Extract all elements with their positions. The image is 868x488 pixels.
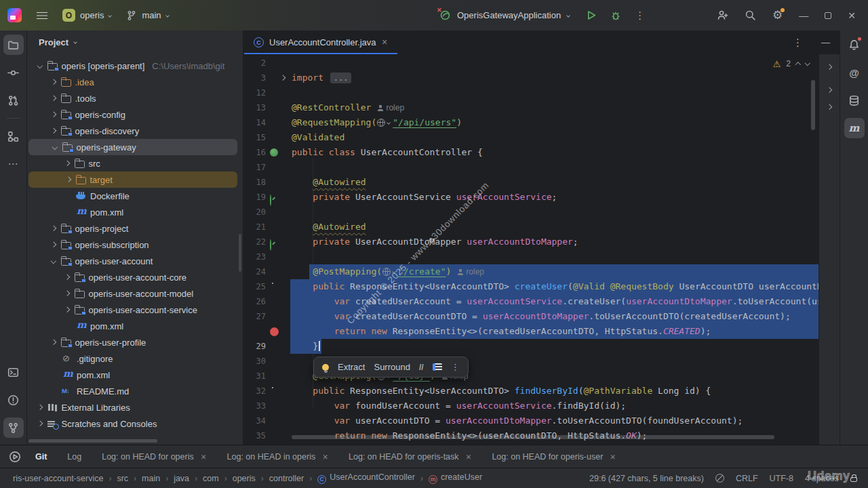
code-line[interactable]: 3import ...	[244, 70, 818, 85]
line-number[interactable]: 3	[248, 70, 266, 85]
close-tab-icon[interactable]: ✕	[322, 453, 328, 461]
tab-options-button[interactable]: ⋮	[793, 37, 804, 49]
line-number[interactable]: 31	[248, 369, 266, 384]
tree-item[interactable]: pom.xml	[27, 318, 243, 334]
hide-tool-window-button[interactable]: —	[821, 37, 830, 47]
breadcrumb-item[interactable]: controller	[269, 474, 304, 483]
code-line[interactable]: 22 private UserAccountDtoMapper userAcco…	[244, 235, 818, 249]
expand-panel-chevron[interactable]	[827, 87, 832, 93]
tree-item[interactable]: README.md	[27, 383, 243, 399]
tree-vertical-scrollbar[interactable]	[239, 234, 241, 272]
line-number[interactable]: 18	[248, 175, 266, 190]
branch-widget[interactable]: main	[126, 10, 168, 21]
lock-icon[interactable]	[850, 477, 857, 483]
tree-item[interactable]: operis-gateway	[28, 139, 237, 155]
terminal-tool-button[interactable]	[3, 362, 24, 382]
git-tool-button[interactable]	[3, 418, 24, 438]
tree-item[interactable]: operis-user-profile	[27, 334, 243, 350]
close-window-button[interactable]: ✕	[848, 10, 856, 21]
code-line[interactable]: 2	[244, 56, 818, 70]
line-number[interactable]: 35	[248, 428, 266, 443]
breadcrumb-item[interactable]: operis	[233, 474, 256, 483]
tree-item[interactable]: operis-user-account-core	[27, 269, 243, 285]
inspections-widget[interactable]: ⚠ 2	[773, 59, 809, 68]
breadcrumb-item[interactable]: src	[117, 474, 128, 483]
code-line[interactable]: 18 @Autowired	[244, 175, 818, 190]
popup-more-button[interactable]: ⋮	[451, 362, 460, 372]
tree-chevron-icon[interactable]	[64, 291, 70, 296]
code-line[interactable]: return new ResponseEntity<>(createdUserA…	[244, 324, 818, 339]
code-line[interactable]: 32 public ResponseEntity<UserAccountDTO>…	[244, 384, 818, 399]
commit-tool-button[interactable]	[3, 62, 24, 83]
code-line[interactable]: 14@RequestMapping("/api/users")	[244, 115, 818, 130]
tree-item[interactable]: operis [operis-parent]C:\Users\imadb\git	[27, 58, 243, 74]
tree-chevron-icon[interactable]	[51, 242, 56, 247]
tree-item[interactable]: src	[27, 155, 243, 171]
breadcrumb-item[interactable]: ris-user-account-service	[13, 474, 103, 483]
breakpoint-icon[interactable]	[270, 327, 279, 336]
run-configuration-widget[interactable]: ✕ OperisGatewayApplication ⋮	[439, 0, 646, 30]
tree-chevron-icon[interactable]	[51, 128, 56, 134]
line-number[interactable]: 16	[248, 145, 266, 160]
caret-position-widget[interactable]: 29:6 (427 chars, 5 line breaks)	[589, 474, 704, 483]
line-number[interactable]: 32	[248, 384, 266, 399]
code-line[interactable]: 17	[244, 160, 818, 175]
editor-horizontal-scrollbar[interactable]	[292, 435, 774, 439]
surround-button[interactable]: Surround	[374, 362, 410, 372]
line-number[interactable]: 15	[248, 130, 266, 145]
tree-item[interactable]: pom.xml	[27, 367, 243, 383]
tree-item[interactable]: .idea	[27, 74, 243, 90]
tree-chevron-icon[interactable]	[51, 258, 56, 264]
line-number[interactable]: 34	[248, 413, 266, 428]
breadcrumb-method[interactable]: mcreateUser	[429, 472, 482, 484]
tree-chevron-icon[interactable]	[51, 96, 56, 101]
line-number[interactable]: 23	[248, 249, 266, 264]
code-line[interactable]: 26 var createdUserAccount = userAccountS…	[244, 294, 818, 309]
indent-widget[interactable]: 4 spaces	[805, 474, 839, 483]
code-line[interactable]: 34 var userAccountDTO = userAccountDtoMa…	[244, 413, 818, 428]
line-number[interactable]: 24	[248, 264, 266, 279]
project-panel-header[interactable]: Project	[27, 30, 243, 54]
code-line[interactable]: 20	[244, 205, 818, 220]
tree-item[interactable]: pom.xml	[27, 204, 243, 220]
code-line[interactable]: 24 @PostMapping("/create")rolep	[244, 264, 818, 279]
breadcrumb-item[interactable]: com	[203, 474, 219, 483]
code-line[interactable]: 33 var foundUserAccount = userAccountSer…	[244, 399, 818, 413]
readonly-toggle-icon[interactable]	[715, 474, 724, 483]
line-number[interactable]: 13	[248, 100, 266, 115]
close-tab-icon[interactable]: ✕	[610, 453, 616, 461]
tree-chevron-icon[interactable]	[37, 405, 43, 410]
line-number[interactable]: 27	[248, 309, 266, 324]
line-separator-widget[interactable]: CRLF	[736, 474, 758, 483]
pull-requests-tool-button[interactable]	[3, 90, 24, 110]
run-button[interactable]	[585, 9, 597, 21]
line-number[interactable]: 21	[248, 220, 266, 235]
tree-chevron-icon[interactable]	[51, 340, 56, 345]
tree-item[interactable]: Scratches and Consoles	[27, 415, 243, 432]
close-tab-icon[interactable]: ✕	[466, 453, 472, 461]
tree-chevron-icon[interactable]	[51, 226, 56, 231]
lightbulb-icon[interactable]	[322, 364, 329, 371]
line-number[interactable]: 14	[248, 115, 266, 130]
tree-item[interactable]: target	[28, 171, 237, 188]
tree-item[interactable]: External Libraries	[27, 399, 243, 415]
tree-item[interactable]: operis-user-account	[27, 253, 243, 269]
more-actions-button[interactable]: ⋮	[635, 9, 646, 22]
git-tab[interactable]: Log: on HEAD for operis-task✕	[349, 452, 471, 462]
code-line[interactable]: 19 private UserAccountService userAccoun…	[244, 190, 818, 205]
tree-chevron-icon[interactable]	[64, 274, 70, 280]
code-line[interactable]: 15@Validated	[244, 130, 818, 145]
code-with-me-button[interactable]	[717, 9, 728, 21]
tree-chevron-icon[interactable]	[51, 79, 56, 85]
tree-item[interactable]: operis-project	[27, 220, 243, 237]
extract-button[interactable]: Extract	[338, 362, 365, 372]
tree-item[interactable]: operis-user-account-service	[27, 302, 243, 318]
structure-tool-button[interactable]	[3, 126, 24, 146]
spring-tool-button[interactable]: @	[844, 62, 865, 83]
line-number[interactable]: 12	[248, 85, 266, 100]
database-tool-button[interactable]	[844, 90, 865, 110]
code-line[interactable]: 27 var createdUserAccountDTO = userAccou…	[244, 309, 818, 324]
notifications-button[interactable]	[844, 35, 865, 55]
search-everywhere-button[interactable]	[745, 9, 756, 21]
line-number[interactable]: 2	[248, 56, 266, 70]
